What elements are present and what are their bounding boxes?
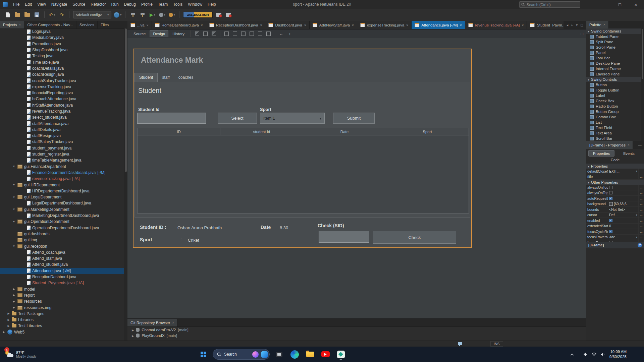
tree-item[interactable]: resources [0,298,124,304]
tree-item[interactable]: FinanceDepartmentDashboard.java [-/M] [0,170,124,176]
new-file-button[interactable] [4,10,11,19]
palette-item[interactable]: Scroll Pane [586,45,644,50]
editor-tab[interactable]: expenseTracking.java [357,21,412,29]
tree-item[interactable]: Attendance.java [-/M] [0,268,124,274]
tree-item[interactable]: gui.dashbords [0,231,124,237]
tree-expander-icon[interactable] [12,196,16,199]
tree-expander-icon[interactable] [12,245,16,248]
tree-item[interactable]: MediaLibrary.java [0,35,124,41]
palette-scrollbar[interactable] [641,28,644,141]
other-properties-section-header[interactable]: Other Properties [586,180,644,185]
property-editor-button[interactable]: ... [638,235,644,240]
tree-expander-icon[interactable] [7,312,10,315]
property-row[interactable]: extendedState 0 ... [586,224,644,229]
minimize-panel-button[interactable] [614,21,618,28]
tree-item[interactable]: Attend_student.java [0,261,124,267]
notification-bubble-icon[interactable] [458,342,462,345]
palette-tab[interactable]: Palette [586,21,609,28]
menu-item[interactable]: Refactor [88,0,108,9]
tree-item[interactable]: Test Libraries [0,323,124,329]
resize-vertical-button[interactable]: ↕ [286,31,293,37]
menu-item[interactable]: Edit [22,0,35,9]
editor-tab[interactable]: revenueTracking.java [-/A] [465,21,527,29]
palette-item[interactable]: Radio Button [586,104,644,109]
check-sid-input[interactable] [319,231,369,243]
checkbox-icon[interactable] [609,197,612,200]
scrollbar-thumb[interactable] [125,28,127,172]
property-value[interactable]: EXIT... [608,169,638,174]
tree-item[interactable]: Test Packages [0,311,124,317]
menu-item[interactable]: Debug [121,0,139,9]
minimize-panel-button[interactable] [117,21,121,28]
table-column-header[interactable]: student Id [220,128,303,135]
menu-item[interactable]: Tools [170,0,185,9]
tree-item[interactable]: timeTableManagement.java [0,157,124,163]
property-value[interactable]: Def... [608,213,638,218]
close-icon[interactable] [19,23,21,26]
property-value[interactable]: <Not Set> [608,207,638,212]
palette-item[interactable]: List [586,120,644,125]
properties-section-header[interactable]: Properties [586,164,644,169]
align-top-button[interactable] [240,31,247,37]
palette-item[interactable]: Toggle Button [586,87,644,93]
property-row[interactable]: cursor Def... ... [586,213,644,218]
tree-item[interactable]: staffAttendance.java [0,120,124,126]
tree-item[interactable]: Libraries [0,317,124,323]
panel-tab[interactable]: Services [76,21,98,28]
jframe-design-surface[interactable]: Attendance Mark Student staff coaches St… [133,49,472,248]
scrollbar-thumb[interactable] [642,29,643,79]
design-canvas[interactable]: Attendance Mark Student staff coaches St… [127,38,586,318]
tree-expander-icon[interactable] [132,334,134,338]
git-tab[interactable]: Git Repository Browser [127,319,177,326]
tree-item[interactable]: TimeTable.java [0,59,124,65]
property-editor-button[interactable]: ... [638,174,644,180]
tree-item[interactable]: gui.FinanceDepartment [0,164,124,170]
tree-item[interactable]: Student_Payments.java [-/A] [0,280,124,286]
palette-item[interactable]: Panel [586,50,644,55]
editor-tab[interactable]: Student_Paym... [527,21,564,29]
property-value[interactable]: [60,63,6... [608,201,638,207]
palette-item[interactable]: Split Pane [586,39,644,45]
property-value[interactable] [608,196,638,201]
tree-expander-icon[interactable] [12,306,16,309]
editor-tab[interactable]: HomeDashboard.java [152,21,206,29]
close-icon[interactable] [147,23,149,27]
close-icon[interactable] [201,23,203,27]
property-editor-button[interactable]: ... [638,224,644,229]
close-icon[interactable] [260,23,262,27]
tree-item[interactable]: report [0,292,124,298]
memory-indicator[interactable]: 404.4/554.0MB [183,12,213,18]
events-view-button[interactable]: Events [616,150,642,157]
hidden-icons-button[interactable] [568,350,576,359]
palette-item[interactable]: Button [586,82,644,87]
clean-build-button[interactable] [139,10,146,19]
property-row[interactable]: focusCycleRo ... [586,229,644,235]
property-editor-button[interactable]: ... [638,201,644,207]
tree-expander-icon[interactable] [12,165,16,168]
code-view-button[interactable]: Code [588,157,642,163]
property-value[interactable]: 0 [608,224,638,229]
center-vertical-button[interactable] [265,31,272,37]
tree-item[interactable]: staffSalaryTracker.java [0,139,124,145]
tree-item[interactable]: HRDepartementDashboard.java [0,188,124,194]
search-highlight-icon[interactable] [252,351,259,358]
tree-item[interactable]: model [0,286,124,292]
close-icon[interactable] [603,23,605,26]
panel-tab[interactable]: Files [98,21,112,28]
palette-item[interactable]: Label [586,93,644,98]
property-editor-button[interactable]: ... [638,207,644,212]
taskbar-app-dark[interactable] [273,348,285,360]
tree-item[interactable]: select_student.java [0,114,124,120]
palette-item[interactable]: Text Field [586,125,644,130]
tree-item[interactable]: Login.java [0,28,124,35]
tree-item[interactable]: gui.img [0,237,124,243]
profile-button[interactable]: ▾ [168,10,175,19]
palette-item[interactable]: Internal Frame [586,66,644,71]
property-editor-button[interactable]: ... [638,169,644,174]
align-right-button[interactable] [231,31,238,37]
palette-item[interactable]: Check Box [586,98,644,104]
property-row[interactable]: alwaysOnTop ... [586,185,644,190]
table-column-header[interactable]: ID [138,128,220,135]
palette-item[interactable]: Combo Box [586,114,644,120]
profile-point-button[interactable] [215,10,222,19]
